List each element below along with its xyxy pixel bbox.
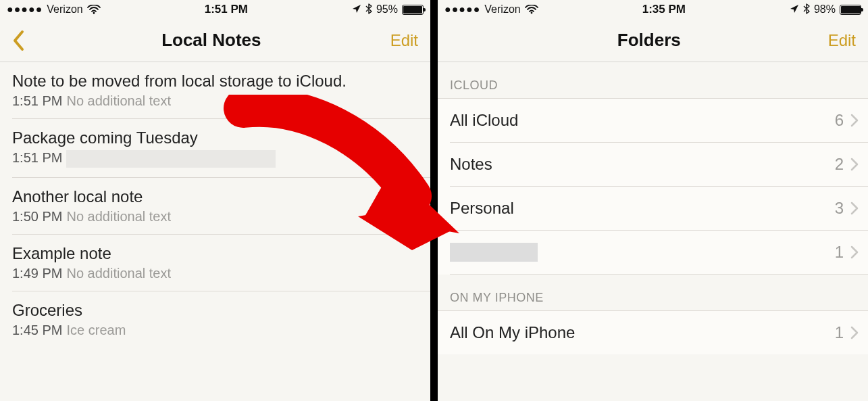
note-title: Example note [12,244,419,263]
folder-name: All On My iPhone [450,323,575,342]
folder-item[interactable]: 1 [450,231,868,275]
folder-name: All iCloud [450,111,518,130]
status-left: ●●●●● Verizon [7,3,101,16]
section-header-onmyiphone: ON MY IPHONE [438,275,868,310]
back-button[interactable] [12,30,32,51]
edit-button[interactable]: Edit [828,31,856,50]
phone-left-local-notes: ●●●●● Verizon 1:51 PM 95% Local Notes Ed… [0,0,430,401]
redacted-block [66,150,276,168]
page-title: Local Notes [32,30,390,51]
chevron-right-icon [850,202,859,215]
redacted-block [450,243,538,262]
note-meta: 1:45 PMIce cream [12,323,419,338]
folder-count: 6 [835,111,844,130]
battery-percent: 98% [814,3,836,16]
note-title: Package coming Tuesday [12,128,419,147]
carrier-label: Verizon [484,3,520,16]
note-meta: 1:49 PMNo additional text [12,266,419,281]
page-title: Folders [470,30,828,51]
folder-name: Personal [450,199,514,218]
note-item[interactable]: Note to be moved from local storage to i… [12,62,430,119]
wifi-icon [87,5,101,14]
vertical-divider [430,0,438,401]
note-preview: No additional text [66,209,171,224]
note-item[interactable]: Package coming Tuesday 1:51 PM [12,119,430,178]
note-title: Another local note [12,187,419,206]
clock: 1:35 PM [642,3,686,16]
svg-point-0 [93,12,95,14]
note-title: Groceries [12,301,419,320]
chevron-right-icon [850,158,859,171]
folder-count: 3 [835,199,844,218]
status-bar: ●●●●● Verizon 1:35 PM 98% [438,0,868,19]
note-preview: No additional text [66,93,171,108]
nav-bar: Folders Edit [438,19,868,62]
wifi-icon [525,5,538,14]
carrier-label: Verizon [47,3,82,16]
chevron-right-icon [850,114,859,127]
phone-right-folders: ●●●●● Verizon 1:35 PM 98% Folders Edit I… [438,0,868,401]
location-icon [352,4,361,16]
chevron-right-icon [850,245,859,259]
folder-count: 1 [835,323,844,342]
clock: 1:51 PM [205,3,248,16]
status-right: 95% [352,3,424,16]
folder-list-icloud: All iCloud 6 Notes 2 Personal 3 1 [438,98,868,275]
folder-name: Notes [450,155,492,174]
folder-list-iphone: All On My iPhone 1 [438,310,868,354]
note-preview: Ice cream [66,323,126,337]
chevron-right-icon [850,326,859,339]
folder-item[interactable]: All On My iPhone 1 [450,311,868,354]
note-item[interactable]: Another local note 1:50 PMNo additional … [12,178,430,235]
edit-button[interactable]: Edit [390,31,418,50]
folder-count: 1 [835,243,844,262]
signal-dots-icon: ●●●●● [7,3,43,16]
folder-item[interactable]: All iCloud 6 [450,99,868,143]
note-meta: 1:51 PM [12,150,419,168]
status-left: ●●●●● Verizon [444,3,538,16]
note-item[interactable]: Example note 1:49 PMNo additional text [12,235,430,291]
note-meta: 1:51 PMNo additional text [12,93,419,109]
battery-percent: 95% [376,3,398,16]
bluetooth-icon [803,3,810,16]
folder-item[interactable]: Notes 2 [450,143,868,187]
nav-bar: Local Notes Edit [0,19,430,62]
folder-item[interactable]: Personal 3 [450,187,868,231]
status-bar: ●●●●● Verizon 1:51 PM 95% [0,0,430,19]
status-right: 98% [790,3,861,16]
signal-dots-icon: ●●●●● [444,3,480,16]
battery-icon [402,5,424,15]
notes-list: Note to be moved from local storage to i… [0,62,430,348]
note-title: Note to be moved from local storage to i… [12,72,419,91]
bluetooth-icon [365,3,372,16]
note-item[interactable]: Groceries 1:45 PMIce cream [12,291,430,348]
folder-count: 2 [835,155,844,174]
section-header-icloud: ICLOUD [438,62,868,98]
note-meta: 1:50 PMNo additional text [12,209,419,225]
note-preview: No additional text [66,266,171,281]
battery-icon [840,5,861,15]
location-icon [790,4,799,16]
svg-point-1 [530,12,532,14]
